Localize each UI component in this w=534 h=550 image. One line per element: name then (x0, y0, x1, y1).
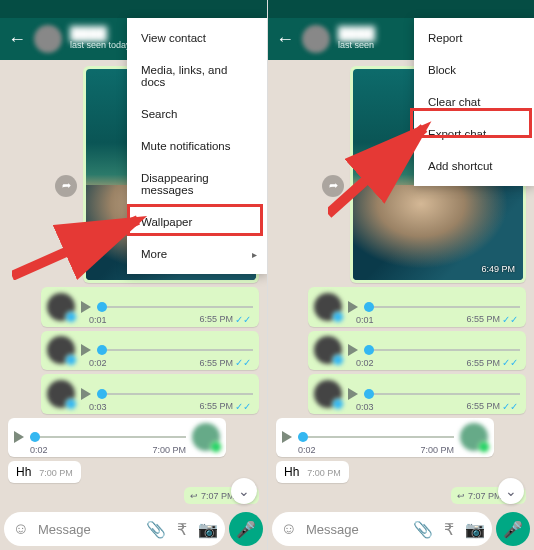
voice-message[interactable]: 0:03 6:55 PM✓✓ (308, 374, 526, 413)
menu-block[interactable]: Block (414, 54, 534, 86)
scroll-down-button[interactable]: ⌄ (231, 478, 257, 504)
sender-avatar (314, 293, 342, 321)
camera-icon[interactable]: 📷 (199, 520, 217, 538)
voice-message[interactable]: 0:03 6:55 PM✓✓ (41, 374, 259, 413)
sender-avatar (314, 336, 342, 364)
payment-icon[interactable]: ₹ (440, 520, 458, 538)
message-time: 6:55 PM✓✓ (199, 357, 251, 368)
menu-export-chat[interactable]: Export chat (414, 118, 534, 150)
reply-icon: ↩ (457, 491, 465, 501)
menu-view-contact[interactable]: View contact (127, 22, 267, 54)
forward-icon[interactable]: ➦ (322, 175, 344, 197)
sender-avatar (460, 423, 488, 451)
mic-icon (332, 398, 344, 410)
emoji-icon[interactable]: ☺ (280, 520, 298, 538)
message-time: 6:49 PM (481, 264, 515, 274)
camera-icon[interactable]: 📷 (466, 520, 484, 538)
emoji-icon[interactable]: ☺ (12, 520, 30, 538)
voice-message[interactable]: 0:01 6:55 PM✓✓ (308, 287, 526, 326)
play-icon[interactable] (81, 388, 91, 400)
read-ticks-icon: ✓✓ (502, 357, 518, 368)
mic-icon (478, 441, 490, 453)
menu-media-links-docs[interactable]: Media, links, and docs (127, 54, 267, 98)
payment-icon[interactable]: ₹ (173, 520, 191, 538)
mic-icon (65, 354, 77, 366)
back-icon[interactable]: ← (8, 29, 26, 50)
read-ticks-icon: ✓✓ (235, 401, 251, 412)
chevron-right-icon: ▸ (252, 249, 257, 260)
mic-button[interactable]: 🎤 (229, 512, 263, 546)
overflow-menu: View contact Media, links, and docs Sear… (127, 18, 267, 274)
play-icon[interactable] (14, 431, 24, 443)
duration-label: 0:02 (30, 445, 48, 455)
message-time: 7:00 PM (307, 468, 341, 478)
mic-icon (332, 354, 344, 366)
message-body: Hh (284, 465, 299, 479)
message-time: 6:55 PM✓✓ (466, 314, 518, 325)
message-body: Hh (16, 465, 31, 479)
message-time: 7:07 PM (201, 491, 235, 501)
duration-label: 0:02 (356, 358, 374, 368)
menu-mute-notifications[interactable]: Mute notifications (127, 130, 267, 162)
menu-search[interactable]: Search (127, 98, 267, 130)
menu-report[interactable]: Report (414, 22, 534, 54)
sender-avatar (47, 380, 75, 408)
attach-icon[interactable]: 📎 (147, 520, 165, 538)
contact-avatar[interactable] (34, 25, 62, 53)
forward-icon[interactable]: ➦ (55, 175, 77, 197)
play-icon[interactable] (348, 301, 358, 313)
scroll-down-button[interactable]: ⌄ (498, 478, 524, 504)
attach-icon[interactable]: 📎 (414, 520, 432, 538)
mic-icon (332, 311, 344, 323)
sender-avatar (314, 380, 342, 408)
duration-label: 0:01 (356, 315, 374, 325)
message-time: 7:00 PM (39, 468, 73, 478)
mic-icon (65, 398, 77, 410)
microphone-icon: 🎤 (236, 520, 256, 539)
menu-clear-chat[interactable]: Clear chat (414, 86, 534, 118)
screenshot-left: ← ████ last seen today at 5:16 ➦ 6:49 PM… (0, 0, 267, 550)
message-time: 7:00 PM (152, 445, 186, 455)
back-icon[interactable]: ← (276, 29, 294, 50)
read-ticks-icon: ✓✓ (235, 357, 251, 368)
menu-disappearing-messages[interactable]: Disappearing messages (127, 162, 267, 206)
duration-label: 0:02 (298, 445, 316, 455)
menu-more[interactable]: More ▸ (127, 238, 267, 270)
message-time: 6:55 PM✓✓ (199, 401, 251, 412)
voice-message[interactable]: 0:02 6:55 PM✓✓ (308, 331, 526, 370)
sender-avatar (47, 293, 75, 321)
menu-add-shortcut[interactable]: Add shortcut (414, 150, 534, 182)
voice-message-incoming[interactable]: 0:02 7:00 PM (276, 418, 494, 457)
message-time: 6:55 PM✓✓ (199, 314, 251, 325)
duration-label: 0:01 (89, 315, 107, 325)
voice-message[interactable]: 0:02 6:55 PM✓✓ (41, 331, 259, 370)
sender-avatar (47, 336, 75, 364)
text-message[interactable]: Hh 7:00 PM (8, 461, 81, 483)
text-message[interactable]: Hh 7:00 PM (276, 461, 349, 483)
input-placeholder: Message (306, 522, 406, 537)
contact-avatar[interactable] (302, 25, 330, 53)
reply-icon: ↩ (190, 491, 198, 501)
menu-wallpaper[interactable]: Wallpaper (127, 206, 267, 238)
mic-button[interactable]: 🎤 (496, 512, 530, 546)
duration-label: 0:03 (89, 402, 107, 412)
status-bar (0, 0, 267, 18)
read-ticks-icon: ✓✓ (502, 401, 518, 412)
message-input[interactable]: ☺ Message 📎 ₹ 📷 (272, 512, 492, 546)
play-icon[interactable] (81, 344, 91, 356)
overflow-submenu: Report Block Clear chat Export chat Add … (414, 18, 534, 186)
sender-avatar (192, 423, 220, 451)
message-input[interactable]: ☺ Message 📎 ₹ 📷 (4, 512, 225, 546)
duration-label: 0:03 (356, 402, 374, 412)
duration-label: 0:02 (89, 358, 107, 368)
play-icon[interactable] (348, 388, 358, 400)
voice-message-incoming[interactable]: 0:02 7:00 PM (8, 418, 226, 457)
play-icon[interactable] (282, 431, 292, 443)
input-placeholder: Message (38, 522, 139, 537)
message-time: 7:00 PM (420, 445, 454, 455)
play-icon[interactable] (81, 301, 91, 313)
microphone-icon: 🎤 (503, 520, 523, 539)
voice-message[interactable]: 0:01 6:55 PM✓✓ (41, 287, 259, 326)
message-time: 6:55 PM✓✓ (466, 357, 518, 368)
play-icon[interactable] (348, 344, 358, 356)
